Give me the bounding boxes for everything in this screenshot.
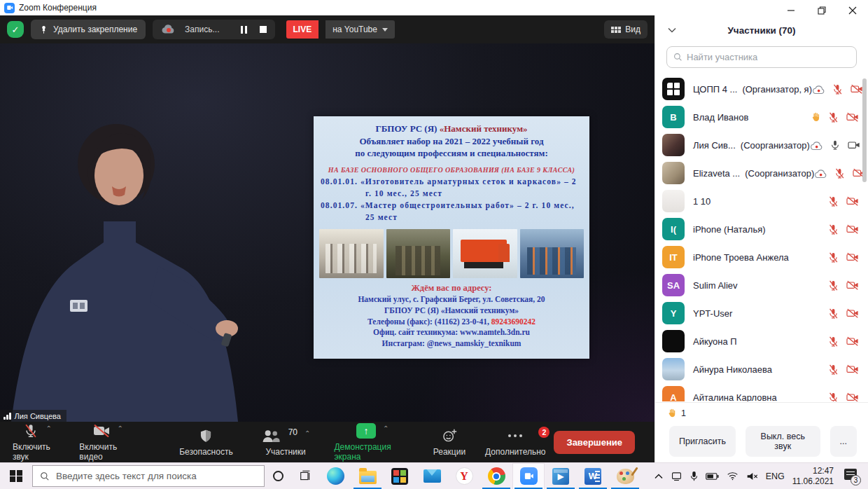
minimize-icon[interactable]	[776, 1, 806, 20]
movies-tv-icon: ▶	[552, 468, 569, 485]
recording-label: Запись...	[185, 25, 219, 34]
yandex-taskbar-button[interactable]: Y	[448, 463, 480, 489]
participant-row[interactable]: YYPT-User	[662, 299, 860, 327]
taskbar-search-input[interactable]	[56, 471, 257, 481]
cloud-recording-icon	[810, 140, 823, 151]
participant-row[interactable]: 1 10	[662, 187, 860, 215]
participant-status-icons	[810, 111, 860, 123]
mic-off-icon	[832, 83, 844, 95]
tray-chevron-up-icon[interactable]	[654, 474, 663, 479]
wifi-icon[interactable]	[727, 471, 738, 481]
camera-off-icon	[846, 392, 860, 401]
zoom-taskbar-button[interactable]	[512, 463, 545, 489]
movies-taskbar-button[interactable]: ▶	[545, 463, 577, 489]
participant-row[interactable]: Айнура Николаева	[662, 355, 860, 383]
remove-pin-button[interactable]: Удалить закрепление	[31, 20, 146, 39]
slide-title: ГБПОУ РС (Я) «Намский техникум» Объявляе…	[318, 123, 585, 160]
meeting-top-toolbar: ✓ Удалить закрепление Запись... LIVE на …	[0, 15, 654, 43]
paint-taskbar-button[interactable]	[609, 463, 641, 489]
chevron-up-icon[interactable]: ⌃	[383, 425, 388, 432]
speaker-name: Лия Сивцева	[15, 412, 61, 420]
shield-icon	[199, 428, 213, 443]
participant-row[interactable]: ЦОПП 4 ...(Организатор, я)	[662, 75, 860, 103]
participant-row[interactable]: I(iPhone (Наталья)	[662, 215, 860, 243]
unmute-button[interactable]: ⌃ Включить звук	[4, 422, 71, 462]
chrome-taskbar-button[interactable]	[480, 463, 512, 489]
participant-row[interactable]: Лия Сив...(Соорганизатор)	[662, 131, 860, 159]
mic-off-icon	[827, 280, 839, 291]
clock-date: 11.06.2021	[792, 476, 834, 487]
edge-taskbar-button[interactable]	[319, 463, 351, 489]
participant-row[interactable]: ITiPhone Троева Анжела	[662, 243, 860, 271]
participant-row[interactable]: Айкуона П	[662, 327, 860, 355]
view-button[interactable]: Вид	[604, 20, 648, 39]
cloud-recording-icon	[812, 84, 825, 95]
cortana-button[interactable]	[265, 463, 291, 489]
participant-status-icons	[810, 139, 861, 151]
meeting-controls-bar: ⌃ Включить звук ⌃ Включить видео	[0, 422, 654, 462]
taskbar-search[interactable]	[32, 465, 265, 487]
explorer-taskbar-button[interactable]	[351, 463, 384, 489]
avatar: Y	[662, 302, 685, 324]
windows-start-icon	[10, 470, 22, 483]
panel-more-button[interactable]: ...	[830, 426, 857, 457]
pause-recording-icon[interactable]	[241, 26, 247, 34]
participants-count: 70	[288, 427, 298, 437]
language-indicator[interactable]: ENG	[766, 471, 785, 481]
battery-icon[interactable]	[706, 472, 719, 481]
reactions-button[interactable]: Реакции	[425, 422, 474, 462]
slide-prof-2: 08.01.07. «Мастер общестроительных работ…	[321, 200, 582, 224]
youtube-stream-button[interactable]: на YouTube	[326, 20, 395, 39]
word-icon: W	[584, 468, 601, 485]
volume-muted-icon[interactable]	[746, 471, 758, 481]
end-meeting-button[interactable]: Завершение	[554, 431, 635, 454]
task-view-icon	[300, 470, 312, 482]
camera-off-icon	[850, 83, 864, 95]
start-video-button[interactable]: ⌃ Включить видео	[71, 422, 144, 462]
reactions-icon	[442, 428, 457, 443]
participant-row[interactable]: Elizaveta ...(Соорганизатор)	[662, 159, 860, 187]
copp-logo-icon	[667, 83, 680, 95]
titlebar: Zoom Конференция	[0, 0, 868, 15]
participant-row[interactable]: BВлад Иванов	[662, 103, 860, 131]
collapse-panel-icon[interactable]	[668, 25, 676, 35]
screencast-icon[interactable]	[671, 471, 682, 481]
clock[interactable]: 12:47 11.06.2021	[792, 466, 834, 487]
store-taskbar-button[interactable]	[384, 463, 416, 489]
avatar	[662, 134, 685, 156]
mute-all-button[interactable]: Выкл. весь звук	[746, 426, 820, 457]
tray-mic-icon[interactable]	[690, 471, 698, 482]
search-input[interactable]	[687, 52, 850, 62]
recording-control[interactable]: Запись...	[153, 20, 274, 39]
scrollbar-thumb[interactable]	[862, 78, 867, 182]
word-taskbar-button[interactable]: W	[577, 463, 609, 489]
mail-taskbar-button[interactable]	[416, 463, 448, 489]
task-view-button[interactable]	[291, 463, 319, 489]
slide-address-block: Ждём вас по адресу: Намский улус, с. Гра…	[318, 282, 585, 350]
chevron-up-icon[interactable]: ⌃	[304, 429, 310, 437]
zoom-app-window: Zoom Конференция ✓ Удалить закрепление	[0, 0, 868, 489]
restore-icon[interactable]	[806, 1, 837, 20]
participant-row[interactable]: SASulim Aliev	[662, 271, 860, 299]
participants-button[interactable]: 70 ⌃ Участники	[253, 422, 319, 462]
more-button[interactable]: Дополнительно 2	[477, 422, 554, 462]
stop-recording-icon[interactable]	[260, 26, 267, 33]
slide-photo-workshop	[386, 229, 451, 278]
microsoft-store-icon	[391, 468, 408, 485]
search-icon	[673, 53, 682, 62]
action-center-button[interactable]: 3	[844, 469, 861, 484]
invite-button[interactable]: Пригласить	[669, 426, 736, 457]
close-icon[interactable]	[837, 1, 868, 20]
start-button[interactable]	[0, 463, 32, 489]
security-verified-icon[interactable]: ✓	[7, 21, 24, 38]
participant-status-icons	[827, 252, 860, 263]
participant-search[interactable]	[666, 46, 857, 68]
camera-off-icon	[846, 223, 860, 235]
participant-row[interactable]: AАйталина Карловна	[662, 383, 860, 401]
chevron-up-icon[interactable]: ⌃	[118, 425, 123, 432]
share-screen-button[interactable]: ↑ ⌃ Демонстрация экрана	[326, 422, 419, 462]
chevron-up-icon[interactable]: ⌃	[46, 425, 51, 432]
security-button[interactable]: Безопасность	[171, 422, 241, 462]
avatar: I(	[662, 218, 685, 240]
yandex-browser-icon: Y	[456, 467, 473, 485]
